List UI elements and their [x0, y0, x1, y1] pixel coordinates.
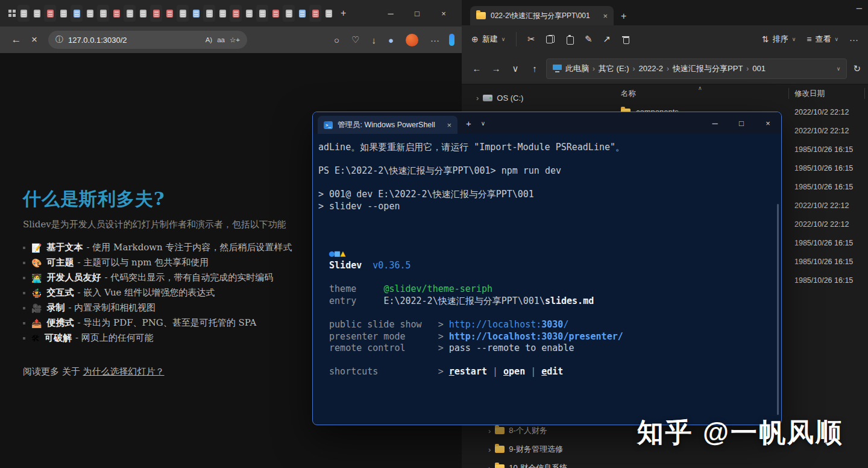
- breadcrumb[interactable]: 此电脑›其它 (E:)›2022-2›快速汇报与分享PPT›001 ∨: [546, 58, 847, 79]
- folder-icon: [495, 427, 505, 434]
- copy-icon[interactable]: [546, 35, 555, 43]
- read-aloud-icon[interactable]: A): [206, 36, 213, 43]
- profile-avatar[interactable]: [406, 34, 418, 46]
- refresh-icon[interactable]: ↻: [853, 63, 861, 74]
- column-divider: [788, 88, 789, 99]
- essentials-icon[interactable]: ♡: [351, 34, 359, 45]
- browser-tab[interactable]: [31, 5, 43, 22]
- terminal-scrollbar[interactable]: [777, 204, 779, 415]
- back-icon[interactable]: ←: [469, 63, 485, 74]
- terminal-tab[interactable]: >_ 管理员: Windows PowerShell ×: [318, 116, 458, 134]
- browser-tab[interactable]: [230, 5, 242, 22]
- explorer-minimize-button[interactable]: ─: [857, 4, 862, 13]
- tab-favicon-icon: [219, 10, 226, 17]
- tab-favicon-icon: [326, 10, 332, 17]
- tab-actions-icon[interactable]: [8, 10, 11, 13]
- new-button[interactable]: ⊕ 新建 ∨: [471, 34, 505, 45]
- breadcrumb-item[interactable]: 2022-2: [639, 64, 663, 73]
- terminal-menu-icon[interactable]: ∨: [481, 120, 485, 127]
- back-icon[interactable]: ←: [7, 34, 25, 46]
- copilot-icon[interactable]: ●: [388, 35, 394, 45]
- read-more-link[interactable]: 为什么选择幻灯片？: [83, 366, 165, 377]
- browser-tab[interactable]: [322, 5, 335, 22]
- browser-tab[interactable]: [190, 5, 202, 22]
- terminal-new-tab-button[interactable]: +: [466, 118, 471, 128]
- maximize-button[interactable]: □: [728, 112, 755, 134]
- browser-tab[interactable]: [57, 5, 69, 22]
- new-tab-button[interactable]: +: [341, 8, 346, 18]
- more-options-icon[interactable]: ···: [849, 34, 858, 45]
- tree-item[interactable]: ›9-财务管理选修: [488, 441, 563, 458]
- folder-icon: [495, 446, 505, 453]
- chevron-right-icon[interactable]: ›: [488, 464, 491, 468]
- forward-icon[interactable]: →: [488, 63, 504, 74]
- chevron-right-icon[interactable]: ›: [476, 93, 479, 103]
- explorer-tab-title: 022-2\快速汇报与分享PPT\001: [491, 11, 598, 21]
- chevron-right-icon[interactable]: ›: [488, 426, 491, 435]
- close-button[interactable]: ×: [430, 3, 457, 24]
- tab-close-icon[interactable]: ×: [603, 11, 608, 21]
- browser-tab[interactable]: [203, 5, 215, 22]
- browser-tab[interactable]: [163, 5, 175, 22]
- stop-icon[interactable]: ×: [25, 34, 43, 46]
- browser-tab[interactable]: [150, 5, 162, 22]
- edge-sidebar-icon[interactable]: [449, 34, 454, 46]
- column-header-date[interactable]: 修改日期: [788, 89, 825, 99]
- browser-tab[interactable]: [177, 5, 189, 22]
- file-date: 2022/10/2 22:12: [788, 108, 849, 116]
- settings-more-icon[interactable]: ···: [430, 35, 439, 45]
- browser-tab[interactable]: [256, 5, 268, 22]
- browser-tab[interactable]: [243, 5, 255, 22]
- browser-tab[interactable]: [216, 5, 228, 22]
- browser-tab[interactable]: [309, 5, 321, 22]
- explorer-tab[interactable]: 022-2\快速汇报与分享PPT\001 ×: [470, 6, 614, 25]
- maximize-button[interactable]: □: [404, 3, 430, 24]
- file-action-icons: ✂✎↗: [527, 34, 630, 45]
- paste-icon[interactable]: [565, 35, 574, 43]
- browser-tab[interactable]: [283, 5, 295, 22]
- browser-tab[interactable]: [137, 5, 149, 22]
- tree-item[interactable]: ›10-财会信息系统: [488, 460, 567, 468]
- address-bar[interactable]: ⓘ 127.0.0.1:3030/2 A) aa ☆+: [48, 31, 247, 49]
- site-info-icon[interactable]: ⓘ: [55, 34, 63, 45]
- address-dropdown-icon[interactable]: ∨: [837, 66, 841, 72]
- breadcrumb-item[interactable]: 其它 (E:): [599, 63, 629, 74]
- close-button[interactable]: ×: [755, 112, 781, 134]
- browser-tab[interactable]: [124, 5, 136, 22]
- browser-tab[interactable]: [296, 5, 308, 22]
- tab-close-icon[interactable]: ×: [447, 121, 451, 130]
- tab-favicon-icon: [193, 10, 200, 17]
- terminal-line: PS E:\2022-2\快速汇报与分享PPT\001> npm run dev: [318, 165, 774, 177]
- rename-icon[interactable]: ✎: [585, 34, 593, 45]
- minimize-button[interactable]: ─: [377, 3, 404, 24]
- chevron-right-icon[interactable]: ›: [488, 445, 491, 454]
- browser-tab[interactable]: [44, 5, 56, 22]
- breadcrumb-item[interactable]: 快速汇报与分享PPT: [673, 63, 743, 74]
- sort-button[interactable]: ⇅ 排序 ∨: [762, 34, 796, 45]
- browser-tab[interactable]: [269, 5, 281, 22]
- extensions-icon[interactable]: ○: [334, 35, 339, 45]
- browser-tab[interactable]: [84, 5, 96, 22]
- breadcrumb-item[interactable]: 001: [752, 64, 766, 73]
- feature-term: 便携式: [46, 317, 74, 329]
- tree-item[interactable]: ›OS (C:): [476, 89, 523, 106]
- browser-tab[interactable]: [110, 5, 122, 22]
- share-icon[interactable]: ↗: [603, 34, 611, 45]
- minimize-button[interactable]: ─: [702, 112, 728, 134]
- breadcrumb-item[interactable]: 此电脑: [565, 63, 589, 74]
- up-icon[interactable]: ↑: [527, 63, 542, 74]
- delete-icon[interactable]: [621, 35, 630, 43]
- cut-icon[interactable]: ✂: [527, 34, 535, 45]
- downloads-icon[interactable]: ↓: [371, 35, 376, 45]
- this-pc-icon: [553, 65, 562, 72]
- view-button[interactable]: ≡ 查看 ∨: [807, 34, 838, 45]
- translate-icon[interactable]: aa: [217, 36, 225, 43]
- tree-item-label: 10-财会信息系统: [509, 463, 567, 468]
- browser-tab[interactable]: [71, 5, 83, 22]
- browser-tab[interactable]: [97, 5, 109, 22]
- favorite-star-icon[interactable]: ☆+: [230, 36, 240, 44]
- browser-tab[interactable]: [17, 5, 30, 22]
- recent-locations-icon[interactable]: ∨: [508, 63, 523, 74]
- sort-icon: ⇅: [762, 34, 769, 44]
- explorer-new-tab-button[interactable]: +: [621, 11, 626, 22]
